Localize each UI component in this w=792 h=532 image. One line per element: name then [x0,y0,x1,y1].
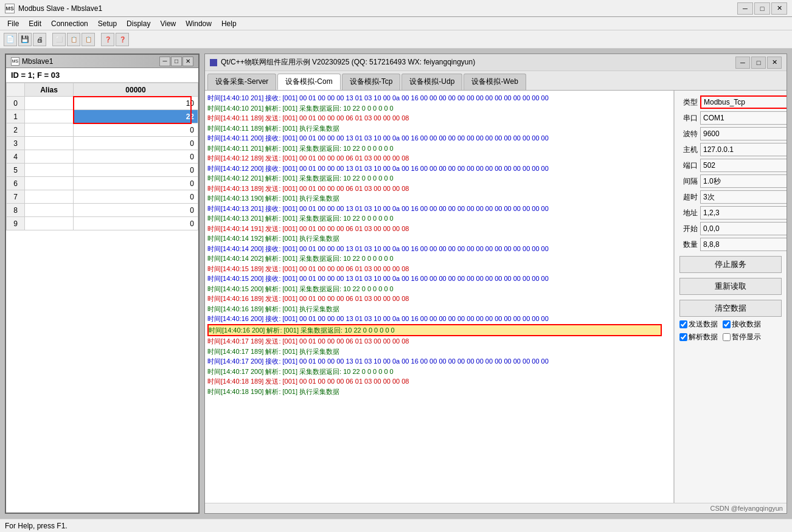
baud-label: 波特 [679,129,698,139]
count-input[interactable] [700,238,787,251]
slave-minimize[interactable]: ─ [159,57,170,66]
interval-input[interactable] [700,174,787,188]
type-input[interactable] [700,95,787,109]
menu-edit[interactable]: Edit [24,18,46,29]
timeout-input[interactable] [700,190,787,204]
table-row: 30 [7,137,198,150]
log-line: 时间[14:40:16 189] 解析: [001] 执行采集数据 [207,304,671,314]
slave-icon: MS [11,57,19,66]
tab-server[interactable]: 设备采集-Server [207,74,276,90]
slave-restore[interactable]: □ [171,57,182,66]
log-line: 时间[14:40:11 201] 解析: [001] 采集数据返回: 10 22… [207,143,671,154]
clear-btn[interactable]: 清空数据 [679,300,782,317]
row-value: 0 [74,177,198,190]
count-row: 数量 [679,238,782,251]
slave-table: Alias 00000 0101222030405060708090 [6,83,198,230]
toolbar-help1[interactable]: ❓ [101,33,114,46]
row-index: 1 [7,110,25,123]
toolbar-btn5[interactable]: 📋 [67,33,80,46]
baud-input[interactable] [700,127,787,140]
reload-btn[interactable]: 重新读取 [679,278,782,295]
qt-close[interactable]: ✕ [767,57,782,69]
log-line: 时间[14:40:16 200] 接收: [001] 00 01 00 00 0… [207,314,671,324]
log-line: 时间[14:40:14 202] 解析: [001] 采集数据返回: 10 22… [207,254,671,264]
log-area[interactable]: 时间[14:40:10 201] 接收: [001] 00 01 00 00 0… [205,91,674,503]
timeout-row: 超时 [679,190,782,204]
row-index: 8 [7,204,25,217]
col-alias-header: Alias [25,83,74,97]
app-icon: MS [5,4,15,13]
start-row: 开始 [679,222,782,235]
tab-web[interactable]: 设备模拟-Web [464,74,526,90]
menu-window[interactable]: Window [181,18,217,29]
start-input[interactable] [700,222,787,235]
app-title: Modbus Slave - Mbslave1 [18,4,737,13]
qt-minimize[interactable]: ─ [735,57,750,69]
cb-parse[interactable] [679,333,687,341]
log-line: 时间[14:40:15 200] 解析: [001] 采集数据返回: 10 22… [207,284,671,294]
cb-recv-label: 接收数据 [732,319,761,330]
menu-connection[interactable]: Connection [46,18,93,29]
cb-pause[interactable] [723,333,731,341]
cb-parse-item: 解析数据 [679,332,718,342]
restore-btn[interactable]: □ [754,2,770,15]
row-value: 10 [74,97,198,110]
table-row: 20 [7,123,198,137]
menu-display[interactable]: Display [122,18,155,29]
tab-bar: 设备采集-Server 设备模拟-Com 设备模拟-Tcp 设备模拟-Udp 设… [205,71,787,91]
table-row: 50 [7,164,198,177]
menu-view[interactable]: View [155,18,181,29]
log-line: 时间[14:40:14 191] 发送: [001] 00 01 00 00 0… [207,224,671,234]
toolbar-btn4[interactable]: ⬜ [52,33,66,46]
row-index: 6 [7,177,25,190]
log-line: 时间[14:40:13 190] 解析: [001] 执行采集数据 [207,193,671,204]
row-value: 0 [74,204,198,217]
interval-label: 间隔 [679,176,698,187]
com-label: 串口 [679,113,698,123]
table-row: 40 [7,150,198,164]
right-panel: 类型 串口 波特 主机 端口 [674,91,787,503]
tab-tcp[interactable]: 设备模拟-Tcp [342,74,401,90]
port-input[interactable] [700,159,787,172]
row-value: 0 [74,190,198,204]
log-line: 时间[14:40:13 201] 接收: [001] 00 01 00 00 0… [207,204,671,214]
log-line: 时间[14:40:17 189] 发送: [001] 00 01 00 00 0… [207,336,671,347]
cb-recv[interactable] [723,320,731,328]
toolbar-print[interactable]: 🖨 [33,33,46,46]
cb-send[interactable] [679,320,687,328]
port-row: 端口 [679,159,782,172]
toolbar-new[interactable]: 📄 [4,33,17,46]
slave-controls: ─ □ ✕ [159,57,193,66]
close-btn[interactable]: ✕ [771,2,787,15]
toolbar-help2[interactable]: ❓ [116,33,129,46]
menu-help[interactable]: Help [217,18,241,29]
addr-input[interactable] [700,206,787,219]
tab-com[interactable]: 设备模拟-Com [277,74,340,90]
minimize-btn[interactable]: ─ [737,2,753,15]
type-label: 类型 [679,97,698,108]
qt-maximize[interactable]: □ [751,57,766,69]
row-alias [25,110,74,123]
slave-id-line: ID = 1; F = 03 [6,68,198,83]
log-line: 时间[14:40:10 201] 接收: [001] 00 01 00 00 0… [207,93,671,103]
title-bar: MS Modbus Slave - Mbslave1 ─ □ ✕ [0,0,792,17]
stop-btn[interactable]: 停止服务 [679,256,782,273]
tab-udp[interactable]: 设备模拟-Udp [401,74,462,90]
qt-content: 时间[14:40:10 201] 接收: [001] 00 01 00 00 0… [205,91,787,503]
menu-setup[interactable]: Setup [93,18,122,29]
log-line: 时间[14:40:15 200] 接收: [001] 00 01 00 00 0… [207,274,671,284]
host-input[interactable] [700,143,787,156]
toolbar-btn6[interactable]: 📋 [82,33,95,46]
row-alias [25,190,74,204]
com-input[interactable] [700,111,787,125]
qt-window: Qt/C++物联网组件应用示例 V20230925 (QQ: 517216493… [204,54,787,514]
slave-close[interactable]: ✕ [182,57,193,66]
status-bar: For Help, press F1. [0,519,792,532]
row-alias [25,204,74,217]
toolbar-save[interactable]: 💾 [18,33,32,46]
log-line: 时间[14:40:18 190] 解析: [001] 执行采集数据 [207,387,671,397]
slave-table-container: Alias 00000 0101222030405060708090 [6,83,198,230]
menu-file[interactable]: File [2,18,24,29]
log-line: 时间[14:40:12 200] 接收: [001] 00 01 00 00 0… [207,164,671,174]
toolbar: 📄 💾 🖨 ⬜ 📋 📋 ❓ ❓ [0,30,792,49]
